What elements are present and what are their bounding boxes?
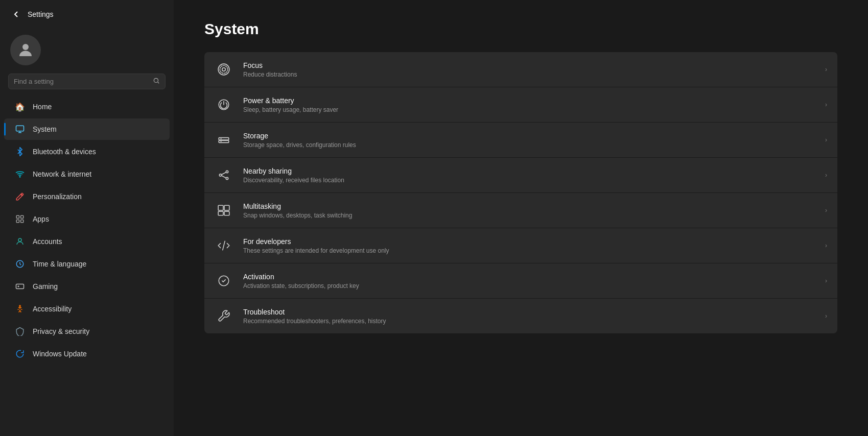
multitasking-text: Multitasking Snap windows, desktops, tas…	[243, 202, 815, 219]
chevron-right-icon: ›	[825, 101, 827, 108]
storage-icon	[215, 131, 233, 149]
sidebar-item-apps[interactable]: Apps	[4, 208, 170, 230]
settings-item-multitasking[interactable]: Multitasking Snap windows, desktops, tas…	[204, 193, 837, 228]
chevron-right-icon: ›	[825, 172, 827, 179]
troubleshoot-subtitle: Recommended troubleshooters, preferences…	[243, 318, 815, 325]
settings-item-troubleshoot[interactable]: Troubleshoot Recommended troubleshooters…	[204, 299, 837, 333]
sidebar-item-privacy[interactable]: Privacy & security	[4, 321, 170, 342]
storage-title: Storage	[243, 132, 815, 140]
sidebar-label-update: Windows Update	[33, 350, 87, 358]
sidebar-item-time[interactable]: Time & language	[4, 253, 170, 275]
developers-title: For developers	[243, 237, 815, 246]
svg-point-8	[18, 238, 21, 241]
power-title: Power & battery	[243, 96, 815, 105]
app-title: Settings	[28, 10, 54, 18]
storage-subtitle: Storage space, drives, configuration rul…	[243, 141, 815, 149]
sidebar-label-personalization: Personalization	[33, 192, 82, 201]
focus-subtitle: Reduce distractions	[243, 71, 815, 78]
sidebar-item-update[interactable]: Windows Update	[4, 343, 170, 365]
settings-item-activation[interactable]: Activation Activation state, subscriptio…	[204, 263, 837, 299]
sidebar-item-accounts[interactable]: Accounts	[4, 231, 170, 252]
privacy-icon	[14, 326, 26, 337]
nearby-sharing-subtitle: Discoverability, received files location	[243, 177, 815, 184]
svg-point-10	[19, 305, 20, 306]
sidebar-item-accessibility[interactable]: Accessibility	[4, 298, 170, 320]
avatar-section	[0, 25, 174, 74]
system-icon	[14, 124, 26, 135]
settings-item-focus[interactable]: Focus Reduce distractions ›	[204, 52, 837, 87]
sidebar-label-system: System	[33, 125, 57, 133]
sidebar-item-gaming[interactable]: Gaming	[4, 276, 170, 297]
svg-point-1	[154, 78, 158, 82]
chevron-right-icon: ›	[825, 136, 827, 143]
troubleshoot-title: Troubleshoot	[243, 308, 815, 316]
focus-text: Focus Reduce distractions	[243, 61, 815, 78]
sidebar-item-home[interactable]: 🏠 Home	[4, 96, 170, 117]
page-title: System	[204, 20, 837, 38]
bluetooth-icon	[14, 146, 26, 157]
svg-rect-7	[21, 220, 24, 223]
activation-subtitle: Activation state, subscriptions, product…	[243, 282, 815, 289]
sidebar-item-personalization[interactable]: Personalization	[4, 186, 170, 207]
activation-text: Activation Activation state, subscriptio…	[243, 273, 815, 289]
search-box	[8, 74, 166, 89]
svg-point-3	[19, 177, 20, 178]
gaming-icon	[14, 281, 26, 292]
sidebar-item-system[interactable]: System	[4, 118, 170, 140]
sidebar-header: Settings	[0, 0, 174, 25]
svg-point-0	[22, 44, 29, 50]
chevron-right-icon: ›	[825, 277, 827, 284]
sidebar-label-bluetooth: Bluetooth & devices	[33, 148, 96, 156]
svg-rect-22	[218, 205, 223, 210]
back-button[interactable]	[10, 8, 22, 20]
troubleshoot-text: Troubleshoot Recommended troubleshooters…	[243, 308, 815, 325]
network-icon	[14, 168, 26, 180]
developers-icon	[215, 236, 233, 255]
developers-text: For developers These settings are intend…	[243, 237, 815, 254]
svg-rect-23	[224, 205, 229, 210]
svg-rect-15	[219, 138, 229, 140]
user-icon	[16, 41, 35, 59]
main-content: System Focus Reduce distractions ›	[174, 0, 868, 436]
svg-rect-4	[16, 215, 19, 218]
nearby-sharing-title: Nearby sharing	[243, 167, 815, 175]
svg-rect-16	[219, 140, 229, 142]
nav-items: 🏠 Home System Bluetooth & devices	[0, 95, 174, 436]
accounts-icon	[14, 236, 26, 247]
sidebar-label-gaming: Gaming	[33, 282, 58, 290]
settings-item-nearby-sharing[interactable]: Nearby sharing Discoverability, received…	[204, 158, 837, 193]
svg-rect-5	[21, 215, 24, 218]
svg-rect-2	[16, 126, 24, 131]
settings-item-developers[interactable]: For developers These settings are intend…	[204, 228, 837, 263]
multitasking-subtitle: Snap windows, desktops, task switching	[243, 212, 815, 219]
chevron-right-icon: ›	[825, 312, 827, 320]
search-input[interactable]	[14, 78, 149, 85]
multitasking-title: Multitasking	[243, 202, 815, 210]
focus-title: Focus	[243, 61, 815, 69]
power-subtitle: Sleep, battery usage, battery saver	[243, 106, 815, 113]
personalization-icon	[14, 191, 26, 202]
svg-rect-24	[218, 211, 223, 215]
settings-item-storage[interactable]: Storage Storage space, drives, configura…	[204, 123, 837, 158]
update-icon	[14, 348, 26, 359]
power-text: Power & battery Sleep, battery usage, ba…	[243, 96, 815, 113]
avatar[interactable]	[10, 35, 41, 65]
svg-point-12	[220, 65, 227, 73]
chevron-right-icon: ›	[825, 242, 827, 249]
sidebar-label-privacy: Privacy & security	[33, 327, 89, 335]
nearby-sharing-text: Nearby sharing Discoverability, received…	[243, 167, 815, 184]
svg-rect-25	[224, 211, 229, 215]
sidebar-label-accounts: Accounts	[33, 237, 62, 246]
settings-item-power[interactable]: Power & battery Sleep, battery usage, ba…	[204, 87, 837, 123]
developers-subtitle: These settings are intended for developm…	[243, 247, 815, 254]
accessibility-icon	[14, 303, 26, 314]
chevron-right-icon: ›	[825, 66, 827, 73]
svg-rect-6	[16, 220, 19, 223]
sidebar-item-bluetooth[interactable]: Bluetooth & devices	[4, 141, 170, 162]
storage-text: Storage Storage space, drives, configura…	[243, 132, 815, 149]
sidebar-item-network[interactable]: Network & internet	[4, 163, 170, 185]
time-icon	[14, 258, 26, 270]
sidebar-label-home: Home	[33, 103, 52, 111]
nearby-sharing-icon	[215, 166, 233, 184]
power-icon	[215, 95, 233, 114]
